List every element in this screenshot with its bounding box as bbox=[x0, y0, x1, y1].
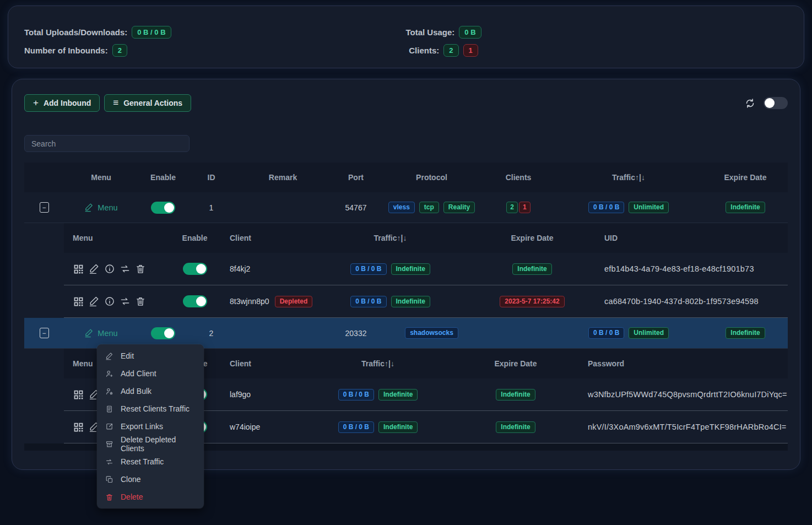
clone-icon bbox=[105, 475, 113, 484]
client-name-wrap: 8t3wjnn8p0 Depleted bbox=[230, 296, 312, 307]
edit-client-icon[interactable] bbox=[89, 263, 100, 274]
menu-item-label: Add Client bbox=[121, 369, 156, 378]
client-password: w3NfbzUPf5WWd745Q8pvsmQrdrttT2IO6knuI7Di… bbox=[579, 390, 788, 399]
collapse-row-button[interactable]: − bbox=[40, 328, 49, 338]
client-uid: efb14b43-4a79-4e83-ef18-e48cf1901b73 bbox=[596, 264, 788, 273]
header-enable: Enable bbox=[138, 173, 188, 182]
header-clients: Clients bbox=[483, 173, 554, 182]
reset-traffic-icon bbox=[105, 458, 113, 466]
client-name: 8f4kj2 bbox=[230, 264, 250, 273]
traffic-limit-badge: Unlimited bbox=[629, 202, 669, 213]
refresh-icon[interactable] bbox=[745, 98, 755, 109]
expire-badge: Indefinite bbox=[496, 389, 535, 400]
inbound-menu-label: Menu bbox=[98, 203, 117, 212]
add-inbound-button[interactable]: + Add Inbound bbox=[24, 94, 100, 112]
stat-uploads-downloads: Total Uploads/Downloads: 0 B / 0 B bbox=[24, 26, 171, 38]
client-traffic: 0 B / 0 B Indefinite bbox=[312, 263, 469, 275]
menu-item-delete[interactable]: Delete bbox=[97, 488, 204, 506]
general-actions-label: General Actions bbox=[123, 99, 182, 107]
menu-item-label: Add Bulk bbox=[121, 387, 151, 396]
add-client-icon bbox=[105, 370, 113, 378]
qr-code-icon[interactable] bbox=[73, 389, 84, 400]
edit-icon bbox=[105, 352, 113, 360]
header-client-name: Client bbox=[221, 234, 312, 242]
inbound-enable-toggle[interactable] bbox=[151, 202, 175, 214]
delete-client-icon[interactable] bbox=[135, 263, 146, 274]
traffic-badge: 0 B / 0 B bbox=[350, 296, 386, 307]
header-client-enable: Enable bbox=[169, 234, 221, 242]
client-actions bbox=[64, 263, 169, 275]
menu-item-add-bulk[interactable]: Add Bulk bbox=[97, 382, 204, 400]
inbound-enable-toggle[interactable] bbox=[151, 327, 175, 339]
clients-active-badge: 2 bbox=[443, 44, 458, 57]
qr-code-icon[interactable] bbox=[73, 263, 84, 275]
usage-value-badge: 0 B bbox=[459, 26, 481, 39]
reset-traffic-icon[interactable] bbox=[120, 263, 131, 274]
client-enable-toggle[interactable] bbox=[183, 263, 207, 275]
traffic-limit-badge: Indefinite bbox=[391, 263, 430, 275]
protocol-badge: vless bbox=[388, 202, 415, 213]
clients-depleted-count: 1 bbox=[519, 202, 530, 213]
edit-pencil-icon bbox=[84, 203, 94, 212]
info-icon[interactable] bbox=[104, 263, 115, 274]
menu-item-export-links[interactable]: Export Links bbox=[97, 418, 204, 435]
stats-right-column: Total Usage: 0 B Clients: 2 1 bbox=[366, 26, 521, 56]
toolbar: + Add Inbound ≡ General Actions bbox=[24, 94, 788, 112]
menu-item-edit[interactable]: Edit bbox=[97, 347, 204, 365]
qr-code-icon[interactable] bbox=[73, 296, 84, 307]
client-name: w74ioipe bbox=[230, 423, 260, 431]
traffic-badge: 0 B / 0 B bbox=[588, 202, 624, 213]
header-protocol: Protocol bbox=[381, 173, 483, 182]
clients-active-count: 2 bbox=[506, 202, 518, 213]
stats-left-column: Total Uploads/Downloads: 0 B / 0 B Numbe… bbox=[24, 26, 171, 56]
menu-item-clone[interactable]: Clone bbox=[97, 470, 204, 488]
reset-traffic-icon[interactable] bbox=[120, 296, 131, 307]
traffic-badge: 0 B / 0 B bbox=[338, 421, 374, 433]
inbound-menu-button[interactable]: Menu bbox=[84, 328, 117, 338]
info-icon[interactable] bbox=[104, 296, 115, 307]
header-client-traffic-sort[interactable]: Traffic↑|↓ bbox=[304, 359, 452, 368]
stat-clients: Clients: 2 1 bbox=[409, 44, 478, 56]
inbound-id: 1 bbox=[188, 203, 235, 212]
collapse-row-button[interactable]: − bbox=[40, 202, 49, 213]
inbound-context-menu: Edit Add Client Add Bulk Reset Clients T… bbox=[97, 344, 204, 508]
export-links-icon bbox=[105, 423, 113, 431]
plus-icon: + bbox=[33, 98, 39, 109]
header-id: ID bbox=[188, 173, 235, 182]
uploads-label: Total Uploads/Downloads: bbox=[24, 28, 127, 37]
inbound-row-1: − Menu 1 54767 vless tcp bbox=[24, 192, 788, 223]
inbound-menu-button[interactable]: Menu bbox=[84, 203, 117, 212]
hamburger-icon: ≡ bbox=[113, 98, 118, 109]
client-actions bbox=[64, 296, 169, 307]
edit-client-icon[interactable] bbox=[89, 296, 100, 307]
menu-item-label: Edit bbox=[121, 351, 134, 360]
header-client-traffic-sort[interactable]: Traffic↑|↓ bbox=[312, 234, 469, 242]
traffic-limit-badge: Indefinite bbox=[378, 389, 418, 400]
general-actions-button[interactable]: ≡ General Actions bbox=[104, 94, 191, 112]
search-input[interactable] bbox=[24, 135, 190, 152]
clients-label: Clients: bbox=[409, 46, 439, 55]
clients-depleted-badge: 1 bbox=[463, 44, 478, 57]
traffic-limit-badge: Indefinite bbox=[378, 421, 418, 433]
stats-panel: Total Uploads/Downloads: 0 B / 0 B Numbe… bbox=[8, 6, 804, 68]
menu-item-reset-traffic[interactable]: Reset Traffic bbox=[97, 453, 204, 470]
header-client-name: Client bbox=[221, 359, 304, 368]
stat-total-usage: Total Usage: 0 B bbox=[405, 26, 481, 38]
traffic-limit-badge: Indefinite bbox=[391, 296, 430, 307]
delete-client-icon[interactable] bbox=[135, 296, 146, 307]
menu-item-delete-depleted-clients[interactable]: Delete Depleted Clients bbox=[97, 435, 204, 453]
menu-item-add-client[interactable]: Add Client bbox=[97, 365, 204, 382]
client-row: 8t3wjnn8p0 Depleted 0 B / 0 B Indefinite… bbox=[64, 285, 788, 318]
protocol-badge: shadowsocks bbox=[405, 327, 458, 339]
qr-code-icon[interactable] bbox=[73, 421, 84, 433]
header-traffic-sort[interactable]: Traffic↑|↓ bbox=[554, 173, 703, 182]
traffic-badge: 0 B / 0 B bbox=[588, 327, 624, 339]
menu-item-reset-clients-traffic[interactable]: Reset Clients Traffic bbox=[97, 400, 204, 418]
client-traffic: 0 B / 0 B Indefinite bbox=[312, 296, 469, 307]
client-enable-toggle[interactable] bbox=[183, 295, 207, 307]
header-port: Port bbox=[331, 173, 381, 182]
protocol-badge: Reality bbox=[443, 202, 475, 213]
menu-item-label: Delete Depleted Clients bbox=[121, 435, 196, 453]
inbound-id: 2 bbox=[188, 329, 235, 338]
dark-mode-toggle[interactable] bbox=[764, 97, 788, 109]
